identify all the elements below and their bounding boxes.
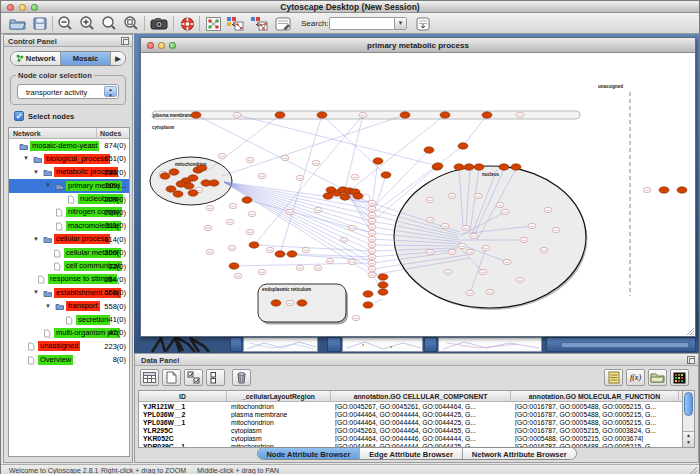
tree-row[interactable]: ▼biological_process651(0) [9,152,129,165]
graph-node-selected-orange[interactable] [440,112,450,118]
graph-node-selected-orange[interactable] [363,302,373,308]
tree-row[interactable]: multi-organism pro42(0) [9,326,129,339]
minimized-window-preview[interactable] [243,337,318,352]
graph-node-selected-orange[interactable] [482,112,492,118]
graph-node-selected-orange[interactable] [184,183,194,189]
zoom-fit-icon[interactable] [121,15,141,32]
graph-node-selected-orange[interactable] [169,169,179,175]
expand-arrow-icon[interactable]: ▼ [33,236,39,242]
table-column-header[interactable]: _cellularLayoutRegion [227,391,331,401]
graph-node-selected-orange[interactable] [242,197,252,203]
minimized-window-preview[interactable] [438,337,542,352]
table-row[interactable]: YLR295Ccytoplasm[GO:0045263, GO:0044464,… [139,426,682,434]
minimized-window-preview[interactable] [342,337,423,352]
table-row[interactable]: YKR052Ccytoplasm[GO:0044464, GO:0044446,… [139,434,682,442]
table-scrollbar[interactable]: ▲▼ [682,390,695,448]
table-column-header[interactable]: annotation.GO CELLULAR_COMPONENT [331,391,511,401]
import-node-attributes-icon[interactable] [225,15,245,32]
search-input[interactable]: ▼ [329,17,407,30]
graph-node-selected-orange[interactable] [188,175,198,181]
graph-node-selected-orange[interactable] [297,300,307,306]
graph-node-selected-orange[interactable] [209,180,219,186]
graph-node-selected-orange[interactable] [188,190,198,196]
graph-node-selected-orange[interactable] [511,164,521,170]
graph-node-selected-orange[interactable] [454,164,464,170]
tab-network[interactable]: Network [11,52,61,65]
tree-row[interactable]: cell communicat22(0) [9,260,129,273]
graph-node-selected-orange[interactable] [271,300,281,306]
tree-row[interactable]: ▼establishment of lo558(0) [9,286,129,299]
graph-node-selected-orange[interactable] [378,274,388,280]
import-attributes-icon[interactable] [648,369,667,386]
expand-arrow-icon[interactable]: ▼ [33,289,39,295]
tab-mosaic[interactable]: Mosaic [61,52,111,65]
graph-node-selected-orange[interactable] [433,163,443,169]
graph-node-selected-orange[interactable] [353,193,363,199]
graph-node-selected-orange[interactable] [381,172,391,178]
network-view-icon[interactable] [203,15,223,32]
minimized-window-chrome[interactable] [230,337,242,352]
tree-row[interactable]: Overview8(0) [9,353,129,366]
table-row[interactable]: YPL036W__2plasma membrane[GO:0044464, GO… [139,410,682,418]
save-icon[interactable] [30,15,50,32]
graph-node-selected-orange[interactable] [197,165,207,171]
minimized-window-chrome[interactable] [327,337,341,352]
tree-row[interactable]: ▼cellular process614(0) [9,233,129,246]
tree-row[interactable]: secretion41(0) [9,313,129,326]
graph-node-selected-orange[interactable] [249,242,259,248]
graph-node-selected-orange[interactable] [160,173,170,179]
expand-arrow-icon[interactable]: ▼ [33,169,39,175]
float-panel-icon[interactable] [687,356,695,364]
select-all-attributes-icon[interactable] [184,369,203,386]
tree-row[interactable]: macromolecule311(0) [9,219,129,232]
camera-icon[interactable] [149,15,169,32]
table-column-header[interactable]: ID [139,391,227,401]
graph-node-selected-orange[interactable] [464,164,474,170]
table-row[interactable]: YJR121W__1mitochondrion[GO:0045267, GO:0… [139,402,682,410]
select-nodes-checkbox[interactable]: ✓ [14,111,24,121]
tree-row[interactable]: ▼transport558(0) [9,300,129,313]
graph-node-selected-orange[interactable] [363,291,373,297]
float-panel-icon[interactable] [121,37,129,45]
graph-node-selected-orange[interactable] [340,194,350,200]
search-options-icon[interactable] [413,15,433,32]
graph-node-selected-orange[interactable] [323,193,333,199]
expand-arrow-icon[interactable]: ▼ [23,155,29,161]
tree-row[interactable]: ▼primary metabo209(... [9,179,129,192]
tree-row[interactable]: response to stimulu264(0) [9,273,129,286]
more-tabs-button[interactable]: ▶ [111,52,125,65]
annotation-form-icon[interactable] [273,15,293,32]
graph-node-selected-orange[interactable] [378,282,388,288]
graph-node-selected-orange[interactable] [499,164,509,170]
tree-row[interactable]: ▼metabolic process280(0) [9,166,129,179]
graph-node-selected-orange[interactable] [317,112,327,118]
tab-edge-attribute-browser[interactable]: Edge Attribute Browser [360,448,462,459]
scrollbar-thumb[interactable] [684,392,693,416]
tree-row[interactable]: unassigned223(0) [9,340,129,353]
zoom-selected-icon[interactable] [99,15,119,32]
formula-icon[interactable]: f(x) [626,369,645,386]
tree-col-nodes[interactable]: Nodes [97,128,129,138]
window-resize-grip[interactable] [686,327,695,336]
tree-row[interactable]: cellular metabol209(0) [9,246,129,259]
unselect-all-attributes-icon[interactable] [206,369,225,386]
graph-node-selected-orange[interactable] [400,112,410,118]
node-color-dropdown[interactable]: transporter activity ▲▼ [17,84,119,99]
expand-arrow-icon[interactable]: ▼ [45,303,51,309]
zoom-out-icon[interactable] [55,15,75,32]
tree-row[interactable]: nucleobase-209(0) [9,193,129,206]
expand-arrow-icon[interactable]: ▼ [45,182,51,188]
graph-node-selected-orange[interactable] [373,158,383,164]
search-dropdown-button[interactable]: ▼ [394,18,406,29]
graph-node-selected-orange[interactable] [677,187,687,193]
graph-node-selected-orange[interactable] [173,191,183,197]
scrollbar-arrows[interactable]: ▲▼ [683,431,694,447]
graph-node-selected-orange[interactable] [287,251,297,257]
minimized-window-chrome[interactable] [424,337,437,352]
new-attribute-icon[interactable] [162,369,181,386]
delete-attribute-icon[interactable] [232,369,251,386]
graph-node-selected-orange[interactable] [229,263,239,269]
network-canvas[interactable]: plasma membranecytoplasmmitochondrionnuc… [141,53,695,336]
help-lifesaver-icon[interactable] [177,15,197,32]
graph-node-selected-orange[interactable] [474,164,484,170]
